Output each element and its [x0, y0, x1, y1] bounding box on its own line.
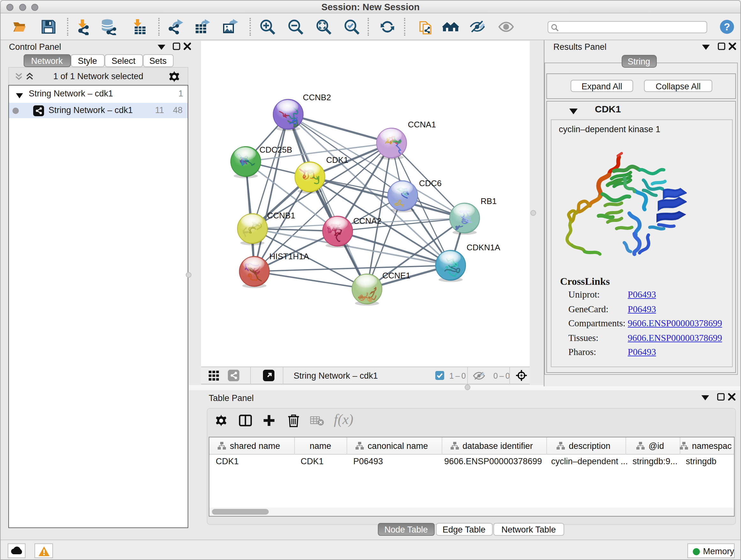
- svg-text:CDC25B: CDC25B: [259, 145, 292, 154]
- svg-text:?: ?: [724, 21, 730, 33]
- svg-text:HIST1H1A: HIST1H1A: [269, 251, 309, 261]
- svg-text:CCNB1: CCNB1: [267, 210, 295, 220]
- svg-text:CCNA1: CCNA1: [408, 119, 436, 129]
- svg-text:CDC6: CDC6: [419, 178, 442, 188]
- svg-text:CDKN1A: CDKN1A: [467, 242, 500, 252]
- svg-text:CDK1: CDK1: [326, 155, 348, 165]
- svg-text:RB1: RB1: [481, 196, 497, 206]
- svg-text:CCNA2: CCNA2: [353, 216, 381, 226]
- svg-text:CCNE1: CCNE1: [382, 270, 410, 280]
- svg-text:CCNB2: CCNB2: [303, 92, 331, 102]
